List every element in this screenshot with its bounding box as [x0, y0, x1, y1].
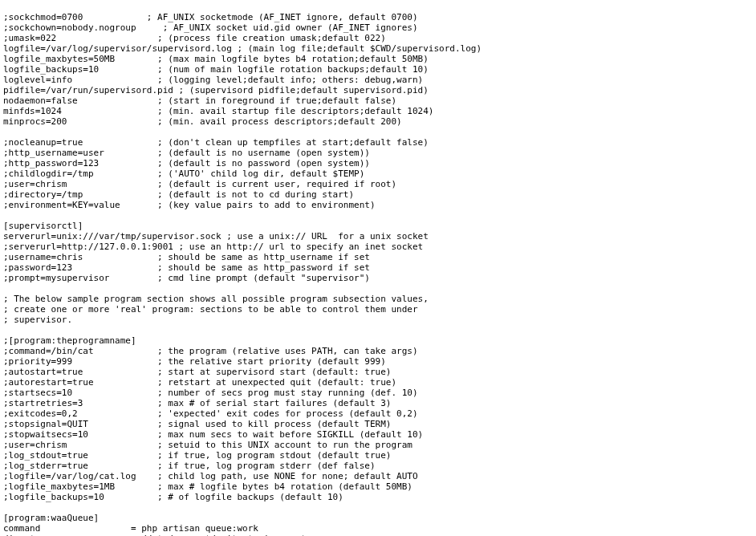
terminal-window[interactable]: ;sockchmod=0700 ; AF_UNIX socketmode (AF… [0, 0, 756, 536]
config-file-content: ;sockchmod=0700 ; AF_UNIX socketmode (AF… [3, 12, 534, 536]
